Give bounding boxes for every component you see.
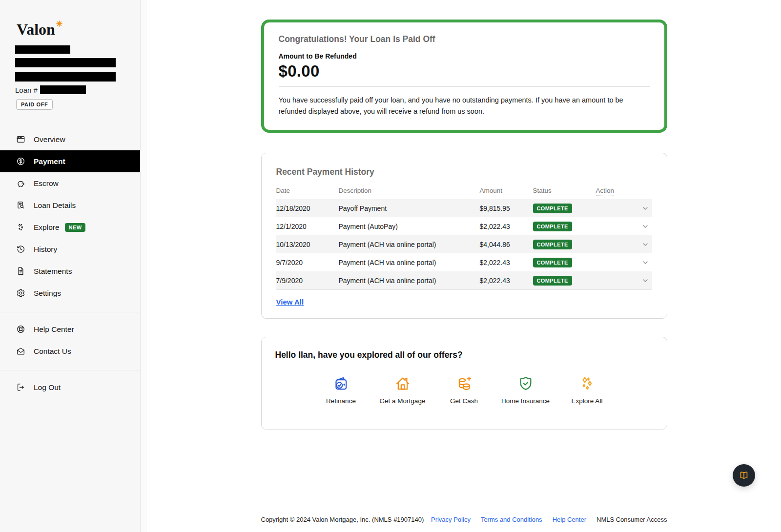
sidebar-item-label: Explore — [34, 223, 60, 232]
offer-explore-all[interactable]: Explore All — [556, 374, 618, 405]
footer-link-terms-and-conditions[interactable]: Terms and Conditions — [481, 516, 542, 523]
coins-plus-icon — [433, 374, 495, 393]
envelope-icon — [16, 347, 25, 356]
sidebar-divider — [0, 312, 140, 312]
table-body: 12/18/2020 Payoff Payment $9,815.95 COMP… — [276, 199, 652, 290]
offer-label: Get a Mortgage — [372, 397, 433, 405]
view-all-link[interactable]: View All — [276, 298, 304, 306]
sidebar-item-settings[interactable]: Settings — [0, 282, 140, 304]
sidebar-item-overview[interactable]: Overview — [0, 128, 140, 150]
refinance-wallet-icon — [310, 374, 372, 393]
payment-amount: $2,022.43 — [480, 223, 533, 230]
sidebar-item-label: Statements — [34, 267, 72, 276]
sidebar-item-label: Log Out — [34, 383, 61, 392]
footer-link-nmls-consumer-access[interactable]: NMLS Consumer Access — [596, 516, 667, 523]
payment-date: 10/13/2020 — [276, 241, 339, 248]
status-badge: COMPLETE — [533, 222, 572, 231]
document-search-icon — [16, 201, 25, 210]
offer-get-a-mortgage[interactable]: Get a Mortgage — [372, 374, 433, 405]
redacted-loan-number — [40, 85, 86, 94]
overview-icon — [16, 135, 25, 144]
history-clock-icon — [16, 245, 25, 254]
table-header: Date Description Amount Status Action — [276, 187, 652, 199]
payment-amount: $4,044.86 — [480, 241, 533, 248]
chevron-down-icon[interactable] — [633, 277, 652, 285]
column-header-description: Description — [339, 187, 480, 194]
redacted-text-bar — [15, 72, 116, 82]
sidebar-item-label: Contact Us — [34, 347, 71, 356]
sidebar-item-log-out[interactable]: Log Out — [0, 376, 140, 398]
sidebar-item-label: Settings — [34, 289, 61, 298]
column-header-amount: Amount — [480, 187, 533, 194]
status-badge: COMPLETE — [533, 276, 572, 286]
offer-refinance[interactable]: Refinance — [310, 374, 372, 405]
sidebar-item-loan-details[interactable]: Loan Details — [0, 194, 140, 216]
redacted-text-bar — [15, 58, 116, 67]
sidebar-item-contact-us[interactable]: Contact Us — [0, 340, 140, 362]
sidebar-item-statements[interactable]: Statements — [0, 260, 140, 282]
status-badge: COMPLETE — [533, 204, 572, 213]
chevron-down-icon[interactable] — [633, 259, 652, 266]
sidebar-item-label: Loan Details — [34, 201, 76, 210]
column-header-action: Action — [596, 187, 633, 194]
chevron-down-icon[interactable] — [633, 223, 652, 230]
asterisk-burst-icon — [56, 20, 62, 27]
sidebar-item-payment[interactable]: Payment — [0, 150, 140, 172]
loan-paid-off-card: Congratulations! Your Loan Is Paid Off A… — [261, 20, 667, 133]
sidebar-item-explore[interactable]: Explore NEW — [0, 216, 140, 238]
piggy-bank-icon — [16, 179, 25, 188]
table-row[interactable]: 10/13/2020 Payment (ACH via online porta… — [276, 235, 652, 253]
shield-check-icon — [495, 374, 556, 393]
payment-description: Payment (ACH via online portal) — [339, 277, 480, 285]
payment-date: 7/9/2020 — [276, 277, 339, 285]
valon-logo[interactable]: Valon — [17, 21, 62, 37]
new-badge: NEW — [65, 223, 86, 232]
payment-amount: $2,022.43 — [480, 259, 533, 266]
table-row[interactable]: 12/18/2020 Payoff Payment $9,815.95 COMP… — [276, 199, 652, 217]
sidebar-item-history[interactable]: History — [0, 238, 140, 260]
help-widget-button[interactable] — [733, 464, 755, 487]
sparkles-icon — [556, 374, 618, 393]
table-row[interactable]: 12/1/2020 Payment (AutoPay) $2,022.43 CO… — [276, 217, 652, 235]
payment-description: Payment (ACH via online portal) — [339, 241, 480, 248]
payment-amount: $9,815.95 — [480, 205, 533, 212]
offers-title: Hello Ilan, have you explored all of our… — [275, 350, 656, 360]
main-content: Congratulations! Your Loan Is Paid Off A… — [147, 0, 781, 532]
lifebuoy-icon — [16, 325, 25, 334]
payment-history-title: Recent Payment History — [276, 167, 652, 177]
refund-label: Amount to Be Refunded — [279, 52, 650, 60]
payment-icon — [16, 157, 25, 166]
offer-label: Refinance — [310, 397, 372, 405]
offer-label: Get Cash — [433, 397, 495, 405]
offers-card: Hello Ilan, have you explored all of our… — [261, 337, 667, 430]
table-row[interactable]: 7/9/2020 Payment (ACH via online portal)… — [276, 271, 652, 289]
refund-amount: $0.00 — [279, 62, 650, 81]
status-badge: COMPLETE — [533, 240, 572, 249]
logo-text: Valon — [17, 21, 55, 37]
offer-home-insurance[interactable]: Home Insurance — [495, 374, 556, 405]
payment-date: 12/1/2020 — [276, 223, 339, 230]
congrats-title: Congratulations! Your Loan Is Paid Off — [279, 34, 650, 44]
column-header-status: Status — [533, 187, 596, 194]
offer-label: Home Insurance — [495, 397, 556, 405]
footer-link-privacy-policy[interactable]: Privacy Policy — [431, 516, 471, 523]
payment-amount: $2,022.43 — [480, 277, 533, 285]
paid-off-badge: PAID OFF — [16, 99, 53, 110]
sidebar-divider — [0, 370, 140, 370]
chevron-down-icon[interactable] — [633, 241, 652, 248]
offer-get-cash[interactable]: Get Cash — [433, 374, 495, 405]
payment-date: 12/18/2020 — [276, 205, 339, 212]
offer-label: Explore All — [556, 397, 618, 405]
sidebar-item-label: Escrow — [34, 179, 59, 188]
payment-description: Payment (ACH via online portal) — [339, 259, 480, 266]
footer: Copyright © 2024 Valon Mortgage, Inc. (N… — [261, 516, 667, 523]
table-row[interactable]: 9/7/2020 Payment (ACH via online portal)… — [276, 253, 652, 271]
loan-number-label: Loan # — [15, 86, 38, 94]
sidebar-item-help-center[interactable]: Help Center — [0, 318, 140, 340]
sidebar-item-escrow[interactable]: Escrow — [0, 172, 140, 194]
congrats-message: You have successfully paid off your loan… — [279, 95, 642, 117]
chevron-down-icon[interactable] — [633, 205, 652, 212]
footer-link-help-center[interactable]: Help Center — [553, 516, 586, 523]
sidebar-item-label: Overview — [34, 135, 65, 144]
gear-icon — [16, 288, 25, 298]
